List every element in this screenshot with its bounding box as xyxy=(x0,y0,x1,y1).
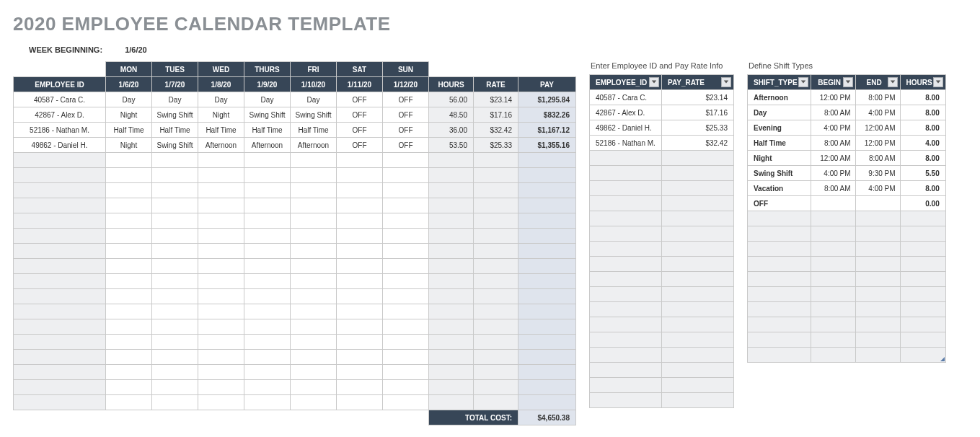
shift-cell[interactable]: OFF xyxy=(383,138,429,153)
shift-cell[interactable]: Day xyxy=(106,92,152,107)
shift-row-empty[interactable] xyxy=(748,211,946,226)
shift-row-empty[interactable] xyxy=(748,242,946,257)
payrate-table[interactable]: EMPLOYEE_IDPAY_RATE40587 - Cara C.$23.14… xyxy=(589,74,734,408)
shift-cell[interactable]: Afternoon xyxy=(291,138,337,153)
schedule-row-empty[interactable] xyxy=(14,274,576,289)
schedule-row[interactable]: 49862 - Daniel H.NightSwing ShiftAfterno… xyxy=(14,138,576,153)
shift-row-empty[interactable] xyxy=(748,257,946,272)
shift-name-cell[interactable]: Vacation xyxy=(748,181,811,196)
payrate-rate-header[interactable]: PAY_RATE xyxy=(662,75,734,90)
employee-cell[interactable]: 52186 - Nathan M. xyxy=(14,123,106,138)
shift-table[interactable]: SHIFT_TYPEBEGINENDHOURSAfternoon12:00 PM… xyxy=(747,74,946,363)
shift-cell[interactable]: Half Time xyxy=(291,123,337,138)
payrate-row[interactable]: 52186 - Nathan M.$32.42 xyxy=(590,136,734,151)
payrate-row-empty[interactable] xyxy=(590,242,734,257)
payrate-row-empty[interactable] xyxy=(590,166,734,181)
payrate-row-empty[interactable] xyxy=(590,211,734,226)
schedule-row-empty[interactable] xyxy=(14,319,576,335)
filter-dropdown-icon[interactable] xyxy=(798,77,808,87)
shift-row-empty[interactable] xyxy=(748,317,946,332)
schedule-row-empty[interactable] xyxy=(14,335,576,350)
shift-name-cell[interactable]: OFF xyxy=(748,196,811,211)
week-beginning-value[interactable]: 1/6/20 xyxy=(125,45,147,54)
payrate-row-empty[interactable] xyxy=(590,363,734,378)
shift-row-empty[interactable] xyxy=(748,287,946,302)
payrate-row-empty[interactable] xyxy=(590,317,734,332)
shift-begin-cell[interactable]: 4:00 PM xyxy=(811,120,855,136)
shift-begin-cell[interactable]: 8:00 AM xyxy=(811,136,855,151)
payrate-row-empty[interactable] xyxy=(590,302,734,317)
schedule-row-empty[interactable] xyxy=(14,304,576,319)
shift-row[interactable]: Night12:00 AM8:00 AM8.00 xyxy=(748,151,946,166)
schedule-row-empty[interactable] xyxy=(14,365,576,380)
shift-cell[interactable]: Afternoon xyxy=(198,138,244,153)
shift-cell[interactable]: OFF xyxy=(337,138,383,153)
payrate-row-empty[interactable] xyxy=(590,378,734,393)
shift-cell[interactable]: Day xyxy=(244,92,291,107)
schedule-row[interactable]: 52186 - Nathan M.Half TimeHalf TimeHalf … xyxy=(14,123,576,138)
schedule-row-empty[interactable] xyxy=(14,229,576,244)
payrate-row-empty[interactable] xyxy=(590,287,734,302)
payrate-id-cell[interactable]: 40587 - Cara C. xyxy=(590,90,662,105)
payrate-id-cell[interactable]: 42867 - Alex D. xyxy=(590,105,662,120)
shift-row-empty[interactable] xyxy=(748,226,946,242)
filter-dropdown-icon[interactable] xyxy=(888,77,898,87)
schedule-row-empty[interactable] xyxy=(14,244,576,259)
shift-cell[interactable]: Night xyxy=(106,138,152,153)
shift-begin-cell[interactable] xyxy=(811,196,855,211)
schedule-row-empty[interactable] xyxy=(14,153,576,168)
shift-end-cell[interactable]: 8:00 AM xyxy=(855,151,900,166)
shift-begin-cell[interactable]: 8:00 AM xyxy=(811,105,855,120)
shift-name-cell[interactable]: Swing Shift xyxy=(748,166,811,181)
payrate-rate-cell[interactable]: $25.33 xyxy=(662,120,734,136)
shift-cell[interactable]: OFF xyxy=(383,123,429,138)
schedule-row-empty[interactable] xyxy=(14,183,576,198)
shift-begin-header[interactable]: BEGIN xyxy=(811,75,855,90)
shift-row[interactable]: Vacation8:00 AM4:00 PM8.00 xyxy=(748,181,946,196)
filter-dropdown-icon[interactable] xyxy=(843,77,853,87)
payrate-row[interactable]: 40587 - Cara C.$23.14 xyxy=(590,90,734,105)
shift-type-header[interactable]: SHIFT_TYPE xyxy=(748,75,811,90)
payrate-row[interactable]: 49862 - Daniel H.$25.33 xyxy=(590,120,734,136)
shift-cell[interactable]: Day xyxy=(198,92,244,107)
shift-cell[interactable]: Swing Shift xyxy=(291,107,337,123)
payrate-row-empty[interactable] xyxy=(590,151,734,166)
shift-row[interactable]: OFF0.00 xyxy=(748,196,946,211)
shift-row[interactable]: Half Time8:00 AM12:00 PM4.00 xyxy=(748,136,946,151)
shift-cell[interactable]: Night xyxy=(198,107,244,123)
payrate-row-empty[interactable] xyxy=(590,393,734,408)
shift-cell[interactable]: Day xyxy=(291,92,337,107)
shift-cell[interactable]: Half Time xyxy=(244,123,291,138)
shift-row[interactable]: Swing Shift4:00 PM9:30 PM5.50 xyxy=(748,166,946,181)
payrate-row-empty[interactable] xyxy=(590,348,734,363)
shift-end-header[interactable]: END xyxy=(855,75,900,90)
shift-end-cell[interactable]: 8:00 PM xyxy=(855,90,900,105)
shift-end-cell[interactable]: 9:30 PM xyxy=(855,166,900,181)
shift-name-cell[interactable]: Half Time xyxy=(748,136,811,151)
payrate-id-cell[interactable]: 52186 - Nathan M. xyxy=(590,136,662,151)
schedule-table[interactable]: MONTUESWEDTHURSFRISATSUNEMPLOYEE ID1/6/2… xyxy=(13,61,576,425)
payrate-rate-cell[interactable]: $23.14 xyxy=(662,90,734,105)
schedule-row-empty[interactable] xyxy=(14,350,576,365)
shift-row[interactable]: Day8:00 AM4:00 PM8.00 xyxy=(748,105,946,120)
schedule-row[interactable]: 42867 - Alex D.NightSwing ShiftNightSwin… xyxy=(14,107,576,123)
employee-cell[interactable]: 49862 - Daniel H. xyxy=(14,138,106,153)
shift-cell[interactable]: OFF xyxy=(337,107,383,123)
filter-dropdown-icon[interactable] xyxy=(721,77,731,87)
payrate-rate-cell[interactable]: $17.16 xyxy=(662,105,734,120)
shift-begin-cell[interactable]: 4:00 PM xyxy=(811,166,855,181)
shift-cell[interactable]: Swing Shift xyxy=(152,107,198,123)
shift-cell[interactable]: Day xyxy=(152,92,198,107)
shift-name-cell[interactable]: Evening xyxy=(748,120,811,136)
shift-cell[interactable]: OFF xyxy=(337,92,383,107)
shift-end-cell[interactable]: 12:00 PM xyxy=(855,136,900,151)
shift-end-cell[interactable] xyxy=(855,196,900,211)
filter-dropdown-icon[interactable] xyxy=(933,77,943,87)
shift-hours-header[interactable]: HOURS xyxy=(900,75,945,90)
shift-cell[interactable]: OFF xyxy=(383,92,429,107)
schedule-row-empty[interactable] xyxy=(14,259,576,274)
payrate-id-cell[interactable]: 49862 - Daniel H. xyxy=(590,120,662,136)
shift-cell[interactable]: Half Time xyxy=(152,123,198,138)
payrate-empid-header[interactable]: EMPLOYEE_ID xyxy=(590,75,662,90)
payrate-row[interactable]: 42867 - Alex D.$17.16 xyxy=(590,105,734,120)
